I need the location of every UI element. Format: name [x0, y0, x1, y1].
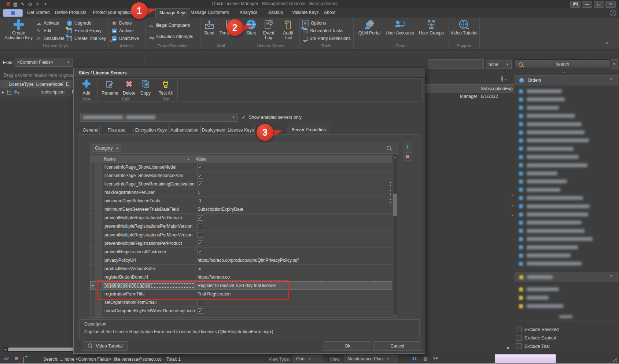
value-checkbox[interactable]: ✓: [198, 165, 203, 170]
property-row[interactable]: preventMultipleRegistrationsPerDomain✓: [91, 214, 393, 222]
order-item-redacted[interactable]: [519, 195, 583, 201]
validate-check-icon[interactable]: ✔✔: [4, 356, 8, 361]
app-menu-button[interactable]: [3, 9, 23, 17]
order-item-redacted[interactable]: [519, 146, 574, 152]
dialog-tab-files-and-folders[interactable]: Files and Folders: [99, 126, 134, 134]
property-row[interactable]: licenseInfoPage_ShowLicenseModel✓: [91, 163, 393, 172]
value-checkbox[interactable]: [198, 224, 203, 229]
server-combobox[interactable]: ▼: [80, 113, 238, 122]
tab-manage-customers[interactable]: Manage Customers: [191, 8, 229, 17]
property-row[interactable]: showComputerKeyFieldWhenGeneratingLicens…: [91, 307, 393, 315]
property-row[interactable]: showDeactivationVerificationCode✓: [91, 315, 393, 318]
dialog-tab-server-properties[interactable]: Server Properties: [287, 125, 330, 135]
tab-backup[interactable]: Backup: [268, 8, 283, 17]
property-row[interactable]: licenseInfoPage_ShowRemainingDeactivatio…: [91, 180, 393, 188]
folder-item-redacted[interactable]: [519, 286, 559, 293]
ok-button[interactable]: Ok: [324, 341, 371, 351]
grid-search-icon[interactable]: [501, 76, 503, 82]
scroll-up-icon[interactable]: ▲: [393, 156, 398, 158]
order-item-redacted[interactable]: [519, 244, 578, 251]
property-name[interactable]: minimumDaysBetweenTrialsDateField: [102, 207, 195, 212]
exclude-trial-checkbox[interactable]: Exclude Trial: [516, 343, 550, 349]
value-checkbox[interactable]: ✓: [198, 317, 203, 318]
property-row[interactable]: licenseInfoPage_ShowMaintenancePlan✓: [91, 172, 393, 180]
column-value[interactable]: Value: [190, 157, 207, 162]
rename-server-button[interactable]: Rename: [100, 80, 120, 96]
qlm-portal-button[interactable]: QLM Portal: [356, 18, 383, 36]
archive-button[interactable]: Archive: [111, 27, 134, 34]
category-group-bar[interactable]: Category ▲: [90, 143, 398, 154]
unarchive-button[interactable]: Unarchive: [111, 35, 139, 42]
video-tutorial-button[interactable]: Video Tutorial: [450, 18, 478, 36]
user-accounts-button[interactable]: User Accounts: [384, 18, 416, 36]
grid-layout-icon[interactable]: ▦: [423, 356, 427, 361]
property-value[interactable]: ✓: [195, 315, 393, 318]
help-icon[interactable]: ?: [34, 1, 40, 7]
order-item-redacted[interactable]: [519, 228, 585, 234]
search-dropdown-button[interactable]: ▼: [611, 59, 618, 69]
order-item-redacted[interactable]: [519, 219, 582, 226]
audit-trail-button[interactable]: Audit Trail: [279, 18, 298, 40]
value-spinner[interactable]: ▲▼: [389, 189, 391, 196]
property-name[interactable]: licenseInfoPage_ShowRemainingDeactivatio…: [102, 181, 195, 187]
scroll-left-icon[interactable]: ◀: [4, 348, 6, 351]
property-name[interactable]: setOrganizationFromEmail: [102, 300, 195, 305]
filter-input[interactable]: [428, 59, 484, 69]
test-all-button[interactable]: Test All: [156, 80, 175, 96]
column-name[interactable]: Name: [91, 157, 185, 162]
add-property-button[interactable]: +: [403, 143, 412, 151]
clear-filter-icon[interactable]: ✖: [15, 356, 18, 361]
property-value[interactable]: SubscriptionExpiryDate: [195, 205, 393, 213]
dialog-tab-encryption-keys[interactable]: Encryption Keys: [134, 126, 168, 134]
order-item-redacted[interactable]: [519, 104, 559, 111]
column-licensemodel[interactable]: LicenseModel: [34, 80, 63, 88]
value-checkbox[interactable]: [198, 300, 203, 305]
dialog-tab-license-keys[interactable]: License Keys: [227, 126, 255, 134]
checkbox-icon[interactable]: [516, 335, 522, 341]
order-item-redacted[interactable]: [519, 203, 590, 210]
options-button[interactable]: ⚙ Options: [302, 19, 326, 27]
scrollbar-thumb[interactable]: [393, 194, 397, 216]
property-row[interactable]: preventRegistrationsIfCustomer✓: [91, 248, 393, 256]
property-row[interactable]: preventMultipleRegistrationsPerProduct✓: [91, 239, 393, 248]
property-value[interactable]: ✓: [195, 163, 393, 171]
checkbox-icon[interactable]: [516, 343, 522, 349]
property-row[interactable]: maxRegistrationsPerUser1▲▼: [91, 188, 393, 197]
gear-icon[interactable]: ⚙: [27, 1, 33, 7]
grid-view-icon[interactable]: ▦: [12, 1, 18, 7]
tab-validate-keys[interactable]: Validate Keys: [292, 8, 319, 17]
hidden-grid-row[interactable]: Manager 6/1/2022: [425, 92, 514, 101]
order-item-redacted[interactable]: [519, 129, 585, 136]
order-item-redacted[interactable]: [519, 88, 562, 95]
property-value[interactable]: [195, 231, 393, 239]
title-bar[interactable]: ▦ ✎ ⚙ ? ▼ Quick License Manager - Manage…: [0, 0, 619, 8]
property-value[interactable]: [195, 222, 393, 230]
value-checkbox[interactable]: ✓: [198, 240, 203, 246]
value-checkbox[interactable]: ✓: [198, 173, 203, 179]
property-row[interactable]: preventMultipleRegistrationsPerMinorVers…: [91, 231, 393, 239]
event-log-button[interactable]: Event Log: [259, 18, 278, 40]
tab-define-products[interactable]: Define Products: [55, 8, 86, 17]
tab-analytics[interactable]: Analytics: [240, 8, 257, 17]
dialog-tab-general[interactable]: General: [82, 126, 99, 134]
printer-icon[interactable]: [23, 357, 24, 363]
video-tutorial-button[interactable]: Video Tutorial: [83, 341, 128, 351]
property-value[interactable]: 1▲▼: [195, 188, 393, 196]
property-row[interactable]: minimumDaysBetweenTrialsDateFieldSubscri…: [91, 205, 393, 214]
checkbox-icon[interactable]: [516, 327, 522, 332]
value-checkbox[interactable]: ✓: [198, 215, 203, 221]
column-subscriptionexpiry[interactable]: SubscriptionExp: [481, 86, 513, 91]
folder-item-redacted[interactable]: [519, 294, 549, 301]
property-value[interactable]: ✓: [195, 307, 393, 315]
fullscreen-button[interactable]: [570, 1, 581, 8]
grid-vertical-scrollbar[interactable]: ▲ ▼: [392, 155, 398, 317]
property-value[interactable]: ✓▲▼: [195, 180, 393, 188]
property-value[interactable]: ✓: [195, 248, 393, 256]
view-type-combobox[interactable]: Grid▼: [293, 355, 323, 362]
value-spinner[interactable]: ▲▼: [389, 180, 391, 188]
illegal-computers-button[interactable]: Illegal Computers: [148, 22, 190, 29]
send-button[interactable]: Send: [201, 18, 218, 36]
maximize-button[interactable]: ▢: [594, 1, 604, 8]
exclude-expired-checkbox[interactable]: Exclude Expired: [516, 335, 556, 341]
value-spinner[interactable]: ▲▼: [389, 197, 391, 205]
